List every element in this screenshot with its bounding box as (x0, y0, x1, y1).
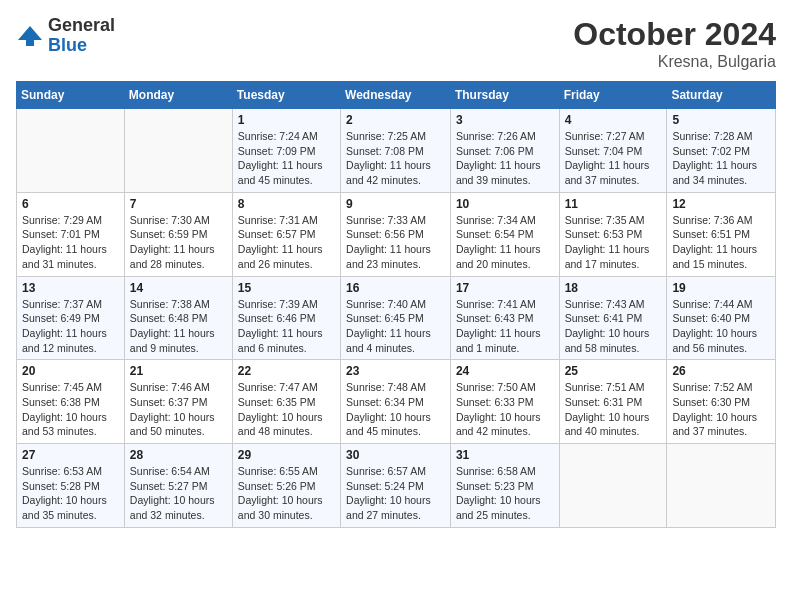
calendar-cell: 13Sunrise: 7:37 AMSunset: 6:49 PMDayligh… (17, 276, 125, 360)
day-info: Sunrise: 7:26 AMSunset: 7:06 PMDaylight:… (456, 129, 554, 188)
calendar-cell: 12Sunrise: 7:36 AMSunset: 6:51 PMDayligh… (667, 192, 776, 276)
logo: General Blue (16, 16, 115, 56)
calendar-cell: 18Sunrise: 7:43 AMSunset: 6:41 PMDayligh… (559, 276, 667, 360)
month-year-title: October 2024 (573, 16, 776, 53)
calendar-cell: 19Sunrise: 7:44 AMSunset: 6:40 PMDayligh… (667, 276, 776, 360)
calendar-cell: 29Sunrise: 6:55 AMSunset: 5:26 PMDayligh… (232, 444, 340, 528)
day-number: 21 (130, 364, 227, 378)
day-info: Sunrise: 6:55 AMSunset: 5:26 PMDaylight:… (238, 464, 335, 523)
day-info: Sunrise: 7:52 AMSunset: 6:30 PMDaylight:… (672, 380, 770, 439)
day-number: 17 (456, 281, 554, 295)
day-number: 10 (456, 197, 554, 211)
week-row-1: 1Sunrise: 7:24 AMSunset: 7:09 PMDaylight… (17, 109, 776, 193)
day-info: Sunrise: 7:28 AMSunset: 7:02 PMDaylight:… (672, 129, 770, 188)
column-header-saturday: Saturday (667, 82, 776, 109)
day-number: 19 (672, 281, 770, 295)
day-number: 2 (346, 113, 445, 127)
day-number: 14 (130, 281, 227, 295)
week-row-3: 13Sunrise: 7:37 AMSunset: 6:49 PMDayligh… (17, 276, 776, 360)
day-number: 6 (22, 197, 119, 211)
day-info: Sunrise: 7:30 AMSunset: 6:59 PMDaylight:… (130, 213, 227, 272)
calendar-cell: 7Sunrise: 7:30 AMSunset: 6:59 PMDaylight… (124, 192, 232, 276)
day-number: 1 (238, 113, 335, 127)
day-number: 24 (456, 364, 554, 378)
calendar-cell: 30Sunrise: 6:57 AMSunset: 5:24 PMDayligh… (341, 444, 451, 528)
calendar-cell: 31Sunrise: 6:58 AMSunset: 5:23 PMDayligh… (450, 444, 559, 528)
day-number: 27 (22, 448, 119, 462)
logo-blue-text: Blue (48, 36, 115, 56)
day-number: 12 (672, 197, 770, 211)
day-info: Sunrise: 7:27 AMSunset: 7:04 PMDaylight:… (565, 129, 662, 188)
day-number: 31 (456, 448, 554, 462)
calendar-cell: 3Sunrise: 7:26 AMSunset: 7:06 PMDaylight… (450, 109, 559, 193)
calendar-table: SundayMondayTuesdayWednesdayThursdayFrid… (16, 81, 776, 528)
day-info: Sunrise: 7:35 AMSunset: 6:53 PMDaylight:… (565, 213, 662, 272)
column-header-monday: Monday (124, 82, 232, 109)
svg-rect-2 (26, 40, 34, 46)
day-info: Sunrise: 7:46 AMSunset: 6:37 PMDaylight:… (130, 380, 227, 439)
calendar-cell: 10Sunrise: 7:34 AMSunset: 6:54 PMDayligh… (450, 192, 559, 276)
day-info: Sunrise: 7:41 AMSunset: 6:43 PMDaylight:… (456, 297, 554, 356)
calendar-cell: 27Sunrise: 6:53 AMSunset: 5:28 PMDayligh… (17, 444, 125, 528)
day-info: Sunrise: 7:44 AMSunset: 6:40 PMDaylight:… (672, 297, 770, 356)
calendar-cell: 21Sunrise: 7:46 AMSunset: 6:37 PMDayligh… (124, 360, 232, 444)
day-number: 23 (346, 364, 445, 378)
calendar-cell: 9Sunrise: 7:33 AMSunset: 6:56 PMDaylight… (341, 192, 451, 276)
day-info: Sunrise: 7:50 AMSunset: 6:33 PMDaylight:… (456, 380, 554, 439)
day-info: Sunrise: 6:53 AMSunset: 5:28 PMDaylight:… (22, 464, 119, 523)
day-number: 7 (130, 197, 227, 211)
header-row: SundayMondayTuesdayWednesdayThursdayFrid… (17, 82, 776, 109)
day-info: Sunrise: 6:57 AMSunset: 5:24 PMDaylight:… (346, 464, 445, 523)
day-number: 30 (346, 448, 445, 462)
calendar-cell (124, 109, 232, 193)
day-number: 29 (238, 448, 335, 462)
day-info: Sunrise: 6:54 AMSunset: 5:27 PMDaylight:… (130, 464, 227, 523)
column-header-wednesday: Wednesday (341, 82, 451, 109)
day-info: Sunrise: 7:29 AMSunset: 7:01 PMDaylight:… (22, 213, 119, 272)
day-number: 22 (238, 364, 335, 378)
column-header-tuesday: Tuesday (232, 82, 340, 109)
day-info: Sunrise: 7:48 AMSunset: 6:34 PMDaylight:… (346, 380, 445, 439)
day-info: Sunrise: 7:24 AMSunset: 7:09 PMDaylight:… (238, 129, 335, 188)
day-info: Sunrise: 7:31 AMSunset: 6:57 PMDaylight:… (238, 213, 335, 272)
calendar-cell: 20Sunrise: 7:45 AMSunset: 6:38 PMDayligh… (17, 360, 125, 444)
calendar-cell: 14Sunrise: 7:38 AMSunset: 6:48 PMDayligh… (124, 276, 232, 360)
day-number: 5 (672, 113, 770, 127)
calendar-cell (559, 444, 667, 528)
day-number: 16 (346, 281, 445, 295)
day-info: Sunrise: 7:43 AMSunset: 6:41 PMDaylight:… (565, 297, 662, 356)
day-number: 28 (130, 448, 227, 462)
calendar-cell: 5Sunrise: 7:28 AMSunset: 7:02 PMDaylight… (667, 109, 776, 193)
day-info: Sunrise: 7:33 AMSunset: 6:56 PMDaylight:… (346, 213, 445, 272)
calendar-cell (667, 444, 776, 528)
day-number: 8 (238, 197, 335, 211)
day-number: 13 (22, 281, 119, 295)
day-number: 9 (346, 197, 445, 211)
column-header-sunday: Sunday (17, 82, 125, 109)
logo-text: General Blue (48, 16, 115, 56)
column-header-friday: Friday (559, 82, 667, 109)
day-number: 26 (672, 364, 770, 378)
day-info: Sunrise: 7:34 AMSunset: 6:54 PMDaylight:… (456, 213, 554, 272)
calendar-cell: 25Sunrise: 7:51 AMSunset: 6:31 PMDayligh… (559, 360, 667, 444)
calendar-cell: 28Sunrise: 6:54 AMSunset: 5:27 PMDayligh… (124, 444, 232, 528)
day-info: Sunrise: 7:45 AMSunset: 6:38 PMDaylight:… (22, 380, 119, 439)
calendar-cell: 6Sunrise: 7:29 AMSunset: 7:01 PMDaylight… (17, 192, 125, 276)
calendar-cell: 23Sunrise: 7:48 AMSunset: 6:34 PMDayligh… (341, 360, 451, 444)
day-info: Sunrise: 7:36 AMSunset: 6:51 PMDaylight:… (672, 213, 770, 272)
day-number: 4 (565, 113, 662, 127)
calendar-cell: 11Sunrise: 7:35 AMSunset: 6:53 PMDayligh… (559, 192, 667, 276)
day-info: Sunrise: 7:47 AMSunset: 6:35 PMDaylight:… (238, 380, 335, 439)
logo-icon (16, 22, 44, 50)
day-number: 3 (456, 113, 554, 127)
calendar-cell: 4Sunrise: 7:27 AMSunset: 7:04 PMDaylight… (559, 109, 667, 193)
calendar-cell: 8Sunrise: 7:31 AMSunset: 6:57 PMDaylight… (232, 192, 340, 276)
week-row-4: 20Sunrise: 7:45 AMSunset: 6:38 PMDayligh… (17, 360, 776, 444)
calendar-cell (17, 109, 125, 193)
calendar-cell: 24Sunrise: 7:50 AMSunset: 6:33 PMDayligh… (450, 360, 559, 444)
logo-general-text: General (48, 16, 115, 36)
calendar-cell: 2Sunrise: 7:25 AMSunset: 7:08 PMDaylight… (341, 109, 451, 193)
day-number: 18 (565, 281, 662, 295)
calendar-cell: 26Sunrise: 7:52 AMSunset: 6:30 PMDayligh… (667, 360, 776, 444)
calendar-cell: 1Sunrise: 7:24 AMSunset: 7:09 PMDaylight… (232, 109, 340, 193)
